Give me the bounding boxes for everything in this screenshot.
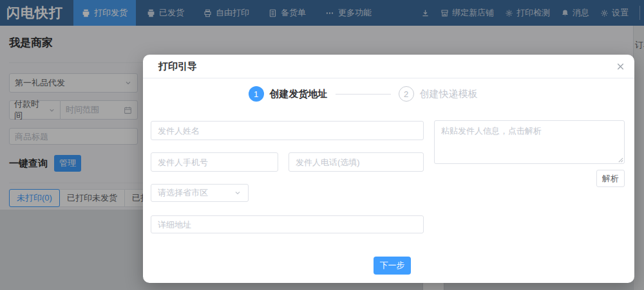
step-2-label: 创建快递模板	[420, 88, 478, 100]
print-guide-dialog: 打印引导 1 创建发货地址 2 创建快递模板 请选择省市区	[143, 55, 634, 283]
close-icon[interactable]	[616, 62, 625, 71]
sender-name-input[interactable]	[151, 121, 424, 140]
dialog-title: 打印引导	[158, 60, 197, 73]
sender-mobile-input[interactable]	[151, 152, 278, 172]
step-2-circle: 2	[399, 86, 414, 102]
paste-info-wrapper	[434, 120, 625, 164]
next-step-button[interactable]: 下一步	[374, 257, 411, 275]
dialog-header: 打印引导	[143, 55, 634, 78]
paste-info-textarea[interactable]	[434, 120, 625, 164]
region-select[interactable]: 请选择省市区	[151, 184, 249, 202]
app-window: 闪电快打 打印发货 已发货 自由打印 备货单	[0, 0, 644, 290]
region-select-placeholder: 请选择省市区	[158, 187, 208, 199]
step-connector	[336, 94, 391, 95]
parse-button[interactable]: 解析	[596, 170, 625, 187]
steps-indicator: 1 创建发货地址 2 创建快递模板	[143, 86, 583, 102]
resize-grip-icon[interactable]	[618, 157, 623, 163]
step-1-circle: 1	[249, 86, 264, 102]
detail-address-input[interactable]	[151, 215, 424, 233]
chevron-down-icon	[234, 189, 242, 197]
sender-phone-input[interactable]	[289, 152, 424, 172]
step-1-label: 创建发货地址	[270, 88, 328, 100]
